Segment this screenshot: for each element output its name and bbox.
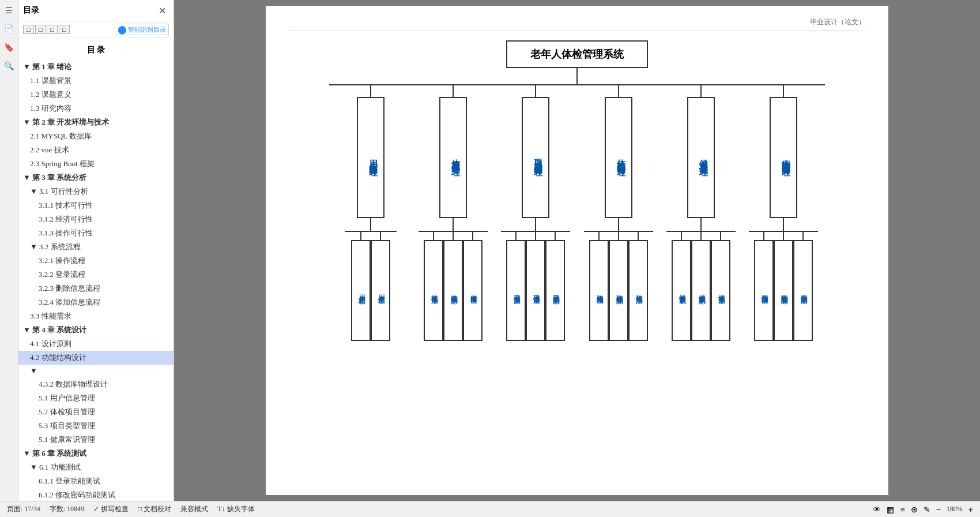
toc-item[interactable]: 6.1.2 修改密码功能测试 (18, 488, 174, 501)
toc-item[interactable]: ▼ 6.1 功能测试 (18, 460, 174, 474)
module-user: 用户信息管理 (357, 97, 385, 218)
toolbar-btn-3[interactable]: □ (47, 25, 58, 34)
appt-subs: 体检预约修改 体检预约删除 体检预约添加 (589, 232, 648, 341)
toc-item[interactable]: 4.1 设计原则 (18, 337, 174, 351)
col-type: 项目类型管理 项目类型添加 项目类型修改 (495, 85, 577, 341)
toc-item[interactable]: 5.1 用户信息管理 (18, 391, 174, 405)
zoom-in-btn[interactable]: + (968, 505, 973, 514)
close-icon[interactable]: ✕ (155, 3, 169, 17)
menu-icon[interactable]: ☰ (2, 3, 16, 17)
spell-check[interactable]: ✓ 拼写检查 (93, 504, 129, 514)
col-disease: 疾病预防管理 疾病预防修改 疾病预防删除 (742, 85, 825, 341)
sidebar-title: 目录 (23, 5, 39, 16)
toc-item[interactable]: 3.2.4 添加信息流程 (18, 295, 174, 309)
compat-mode: 兼容模式 (180, 504, 208, 514)
toc-item[interactable]: 2.1 MYSQL 数据库 (18, 129, 174, 143)
toc-item[interactable]: 4.3.2 数据库物理设计 (18, 377, 174, 391)
toc-items: ▼ 第 1 章 绪论1.1 课题背景1.2 课题意义1.3 研究内容▼ 第 2 … (18, 60, 174, 501)
toc-item[interactable]: ▼ 第 1 章 绪论 (18, 60, 174, 74)
user-subs: 用户信息新增 用户信息修改 (351, 232, 390, 341)
word-count: 字数: 10849 (50, 504, 84, 514)
health-subs: 健康常识删改 健康常识删除 健康常识添加 (672, 232, 730, 341)
outline-icon[interactable]: ≡ (900, 505, 904, 514)
toc-item[interactable]: ▼ 3.1 可行性分析 (18, 185, 174, 198)
disease-subs: 疾病预防修改 疾病预防删除 疾病预防添加 (754, 232, 813, 341)
level2-vlines: 用户信息管理 用户信息新增 用户信息修改 (329, 85, 825, 341)
module-health: 健康常识管理 (687, 97, 715, 218)
status-bar-right: 👁 ▦ ≡ ⊕ ✎ − 180% + (873, 505, 973, 514)
sidebar-toc: 目录 ✕ □ □ □ □ ⬤ 智能识别目录 目 录 ▼ 第 1 章 绪论1.1 … (18, 0, 174, 501)
font-warning[interactable]: T↓ 缺失字体 (217, 504, 254, 514)
page-title-text: 毕业设计（论文） (810, 18, 865, 26)
root-node: 老年人体检管理系统 (506, 40, 648, 68)
page-header: 毕业设计（论文） (289, 17, 865, 31)
col-exam: 体检项目管理 体检项目添加 体检项目删除 (412, 85, 494, 341)
toc-item[interactable]: 3.1.1 技术可行性 (18, 198, 174, 212)
missing-font-icon: T↓ (217, 505, 225, 513)
toc-item[interactable]: 3.2.3 删除信息流程 (18, 282, 174, 295)
toc-item[interactable]: ▼ 第 4 章 系统设计 (18, 323, 174, 337)
toolbar-btn-4[interactable]: □ (59, 25, 70, 34)
exam-subs: 体检项目添加 体检项目删除 体检项目修改 (424, 232, 483, 341)
toc-item[interactable]: 3.3 性能需求 (18, 309, 174, 323)
toc-item[interactable]: ▼ 第 3 章 系统分析 (18, 171, 174, 185)
web-icon[interactable]: ⊕ (911, 505, 918, 514)
left-icon-bar: ☰ 📄 🔖 🔍 (0, 0, 18, 501)
module-exam: 体检项目管理 (439, 97, 467, 218)
zoom-out-btn[interactable]: − (936, 505, 941, 514)
view-icon[interactable]: 👁 (873, 505, 881, 514)
text-compare[interactable]: □ 文档校对 (138, 504, 171, 514)
status-bar: 页面: 17/34 字数: 10849 ✓ 拼写检查 □ 文档校对 兼容模式 T… (0, 501, 980, 517)
sidebar-header: 目录 ✕ (18, 0, 174, 21)
missing-font-label: 缺失字体 (227, 505, 255, 513)
toc-item[interactable]: 3.1.2 经济可行性 (18, 212, 174, 226)
module-disease: 疾病预防管理 (770, 97, 797, 218)
toc-item[interactable]: 3.1.3 操作可行性 (18, 226, 174, 240)
bookmark-icon[interactable]: 🔖 (2, 40, 16, 54)
type-subs: 项目类型添加 项目类型修改 项目类型删除 (506, 232, 565, 341)
smart-circle-icon: ⬤ (118, 25, 127, 34)
toc-item[interactable]: 1.2 课题意义 (18, 88, 174, 102)
grid-view-icon[interactable]: ▦ (887, 505, 894, 514)
toc-item[interactable]: 2.3 Spring Boot 框架 (18, 157, 174, 171)
toc-content: 目 录 ▼ 第 1 章 绪论1.1 课题背景1.2 课题意义1.3 研究内容▼ … (18, 38, 174, 501)
toc-title: 目 录 (18, 40, 174, 60)
page-indicator: 页面: 17/34 (7, 504, 40, 514)
root-vert-line (576, 68, 578, 84)
search-icon[interactable]: 🔍 (2, 59, 16, 73)
toc-item[interactable]: 3.2.1 操作流程 (18, 254, 174, 268)
col-appt: 体检预约管理 体检预约修改 体检预约删除 (577, 85, 659, 341)
toc-item[interactable]: 2.2 vue 技术 (18, 143, 174, 157)
file-icon[interactable]: 📄 (2, 22, 16, 36)
sidebar-toolbar: □ □ □ □ ⬤ 智能识别目录 (18, 21, 174, 38)
zoom-level: 180% (947, 505, 963, 514)
col-user: 用户信息管理 用户信息新增 用户信息修改 (329, 85, 412, 341)
toolbar-btn-2[interactable]: □ (35, 25, 46, 34)
module-type: 项目类型管理 (522, 97, 549, 218)
smart-toc-button[interactable]: ⬤ 智能识别目录 (115, 24, 169, 35)
toc-item[interactable]: 6.1.1 登录功能测试 (18, 474, 174, 488)
doc-page: 毕业设计（论文） 老年人体检管理系统 用户信息管理 (266, 6, 888, 495)
toc-item[interactable]: ▼ 3.2 系统流程 (18, 240, 174, 254)
spell-check-label: ✓ 拼写检查 (93, 505, 129, 513)
toc-item[interactable]: ▼ (18, 365, 174, 377)
text-compare-label: □ 文档校对 (138, 505, 171, 513)
sub-user-2: 用户信息修改 (371, 240, 390, 341)
edit-icon[interactable]: ✎ (924, 505, 930, 514)
smart-toc-label: 智能识别目录 (128, 25, 166, 34)
toc-item[interactable]: 3.2.2 登录流程 (18, 268, 174, 282)
toolbar-btn-1[interactable]: □ (23, 25, 34, 34)
module-appt: 体检预约管理 (605, 97, 632, 218)
document-area: 毕业设计（论文） 老年人体检管理系统 用户信息管理 (174, 0, 980, 501)
toc-item[interactable]: 1.3 研究内容 (18, 102, 174, 115)
col-health: 健康常识管理 健康常识删改 健康常识删除 (660, 85, 742, 341)
org-chart: 老年人体检管理系统 用户信息管理 (289, 40, 865, 341)
toc-item[interactable]: 1.1 课题背景 (18, 74, 174, 88)
toc-item[interactable]: ▼ 第 6 章 系统测试 (18, 447, 174, 460)
sub-user-1: 用户信息新增 (351, 240, 371, 341)
toc-item[interactable]: 5.3 项目类型管理 (18, 419, 174, 433)
toc-item[interactable]: 5.1 健康常识管理 (18, 433, 174, 447)
toc-item[interactable]: 5.2 体检项目管理 (18, 405, 174, 419)
toc-item[interactable]: 4.2 功能结构设计 (18, 351, 174, 365)
toc-item[interactable]: ▼ 第 2 章 开发环境与技术 (18, 115, 174, 129)
